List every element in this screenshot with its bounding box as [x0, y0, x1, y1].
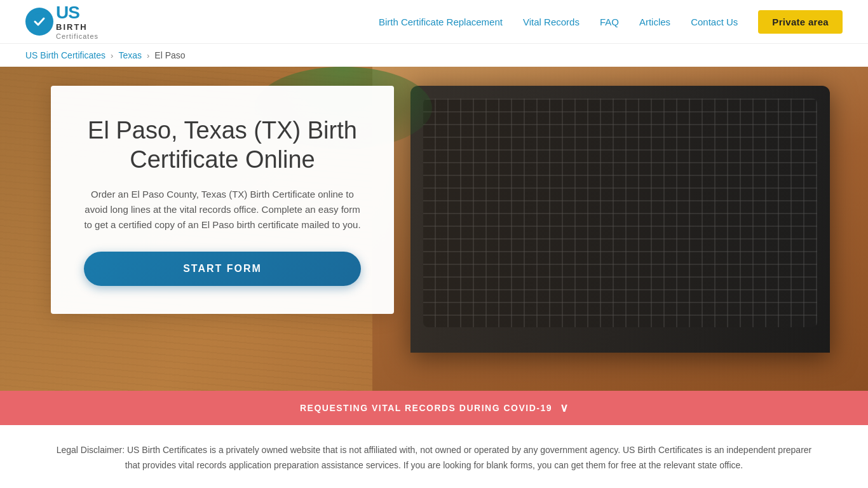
- disclaimer-text: Legal Disclaimer: US Birth Certificates …: [53, 443, 815, 473]
- start-form-button[interactable]: START FORM: [84, 252, 361, 286]
- nav-faq[interactable]: FAQ: [600, 17, 619, 27]
- logo-text: US BIRTH Certificates: [56, 3, 98, 39]
- disclaimer-section: Legal Disclaimer: US Birth Certificates …: [0, 425, 868, 488]
- hero-title: El Paso, Texas (TX) Birth Certificate On…: [84, 116, 361, 174]
- main-nav: Birth Certificate Replacement Vital Reco…: [379, 10, 843, 34]
- private-area-button[interactable]: Private area: [758, 10, 843, 34]
- breadcrumb-sep-2: ›: [147, 51, 149, 60]
- breadcrumb-current: El Paso: [154, 50, 185, 60]
- chevron-down-icon: ∨: [560, 401, 568, 415]
- nav-contact[interactable]: Contact Us: [691, 17, 738, 27]
- breadcrumb: US Birth Certificates › Texas › El Paso: [0, 43, 868, 67]
- covid-banner[interactable]: REQUESTING VITAL RECORDS DURING COVID-19…: [0, 391, 868, 425]
- hero-card: El Paso, Texas (TX) Birth Certificate On…: [51, 86, 394, 314]
- logo[interactable]: US BIRTH Certificates: [25, 3, 98, 39]
- svg-point-0: [31, 13, 48, 30]
- covid-banner-text: REQUESTING VITAL RECORDS DURING COVID-19: [300, 403, 552, 413]
- nav-birth-cert[interactable]: Birth Certificate Replacement: [379, 17, 503, 27]
- site-header: US BIRTH Certificates Birth Certificate …: [0, 0, 868, 43]
- breadcrumb-link-texas[interactable]: Texas: [118, 50, 142, 60]
- nav-vital-records[interactable]: Vital Records: [523, 17, 580, 27]
- breadcrumb-sep-1: ›: [111, 51, 113, 60]
- hero-description: Order an El Paso County, Texas (TX) Birt…: [84, 187, 361, 233]
- hero-section: El Paso, Texas (TX) Birth Certificate On…: [0, 67, 868, 391]
- breadcrumb-link-home[interactable]: US Birth Certificates: [25, 50, 105, 60]
- logo-icon: [25, 8, 53, 36]
- nav-articles[interactable]: Articles: [639, 17, 670, 27]
